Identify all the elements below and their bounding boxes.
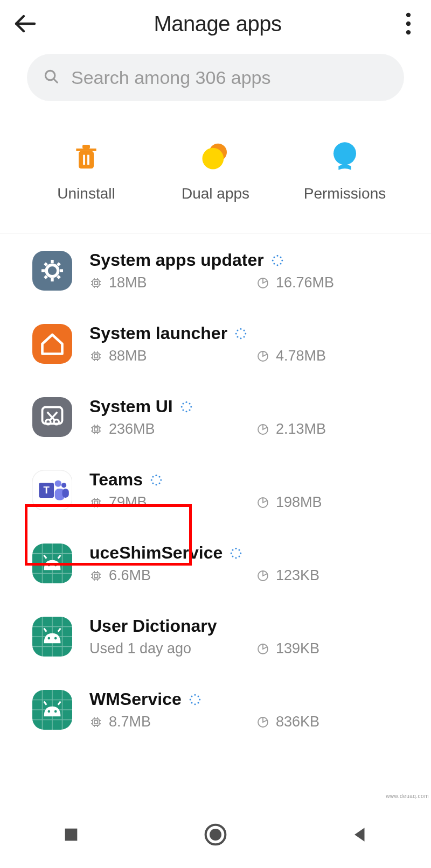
svg-point-71	[190, 406, 192, 407]
app-storage-size: 88MB	[109, 348, 147, 364]
svg-point-69	[185, 411, 187, 412]
app-storage-size: 236MB	[109, 421, 155, 437]
svg-point-166	[194, 694, 196, 695]
app-data-size: 139KB	[276, 640, 319, 657]
system-navbar	[0, 803, 431, 868]
app-name: System launcher	[89, 323, 227, 343]
app-name: WMService	[89, 689, 182, 709]
svg-point-30	[280, 263, 281, 264]
svg-rect-175	[94, 721, 98, 724]
svg-point-73	[189, 403, 190, 404]
svg-point-68	[185, 401, 187, 403]
loading-badge-icon	[230, 547, 242, 559]
action-row: Uninstall Dual apps Permissions	[0, 113, 431, 234]
svg-rect-52	[94, 355, 98, 358]
app-data-size: 16.76MB	[276, 274, 334, 291]
svg-point-72	[182, 403, 184, 404]
search-input[interactable]	[71, 67, 388, 88]
svg-point-169	[199, 698, 200, 700]
app-data-size: 123KB	[276, 567, 319, 584]
svg-text:T: T	[44, 484, 50, 496]
svg-rect-51	[93, 353, 99, 359]
page-title: Manage apps	[38, 12, 398, 36]
svg-line-20	[58, 263, 60, 265]
svg-point-130	[232, 555, 234, 557]
svg-point-151	[54, 637, 57, 640]
app-row[interactable]: System UI 236MB 2.13MB	[0, 380, 431, 454]
svg-rect-6	[79, 151, 94, 169]
back-nav-button[interactable]	[351, 825, 369, 846]
watermark: www.deuaq.com	[386, 793, 429, 799]
uninstall-action[interactable]: Uninstall	[22, 140, 150, 202]
svg-point-28	[280, 256, 281, 258]
svg-line-5	[54, 79, 57, 82]
svg-line-19	[45, 263, 47, 265]
app-data-size: 4.78MB	[276, 348, 326, 364]
svg-point-74	[182, 409, 184, 411]
svg-point-171	[197, 695, 199, 697]
dual-apps-action[interactable]: Dual apps	[151, 140, 280, 202]
svg-point-89	[61, 483, 66, 488]
app-row[interactable]: System apps updater 18MB 16.76MB	[0, 234, 431, 307]
svg-rect-7	[82, 145, 90, 149]
app-row[interactable]: WMService 8.7MB 836KB	[0, 673, 431, 746]
svg-point-88	[55, 481, 61, 487]
svg-point-24	[276, 264, 278, 266]
app-icon: T	[32, 470, 72, 510]
svg-point-98	[152, 476, 154, 477]
svg-rect-103	[94, 501, 98, 504]
svg-point-12	[333, 142, 356, 165]
svg-rect-185	[65, 829, 77, 841]
svg-point-27	[273, 256, 275, 258]
app-row[interactable]: uceShimService 6.6MB 123KB	[0, 527, 431, 600]
app-data-size: 198MB	[276, 494, 322, 511]
app-icon	[32, 251, 72, 291]
app-storage-size: 6.6MB	[109, 567, 151, 584]
app-icon	[32, 397, 72, 437]
dual-apps-label: Dual apps	[182, 185, 249, 202]
svg-point-150	[48, 637, 51, 640]
svg-rect-31	[93, 280, 99, 286]
more-options-button[interactable]	[398, 12, 419, 35]
dual-apps-icon	[199, 140, 232, 172]
app-storage-size: 79MB	[109, 494, 147, 511]
app-row[interactable]: System launcher 88MB 4.78MB	[0, 307, 431, 380]
recent-apps-button[interactable]	[62, 825, 80, 846]
svg-point-124	[235, 547, 237, 549]
app-icon	[32, 544, 72, 583]
svg-line-22	[58, 276, 60, 278]
svg-rect-42	[32, 324, 72, 364]
svg-point-162	[48, 710, 51, 713]
apps-list: System apps updater 18MB 16.76MB System …	[0, 234, 431, 746]
trash-icon	[70, 140, 102, 172]
app-header: Manage apps	[0, 0, 431, 47]
svg-point-94	[155, 474, 157, 476]
app-name: uceShimService	[89, 543, 223, 563]
svg-rect-133	[94, 574, 98, 577]
app-row[interactable]: User Dictionary Used 1 day ago 139KB	[0, 600, 431, 673]
app-icon	[32, 324, 72, 364]
app-row[interactable]: T Teams 79MB 198MB	[0, 454, 431, 527]
svg-marker-188	[354, 828, 364, 842]
app-name: Teams	[89, 470, 143, 490]
app-name: System apps updater	[89, 250, 264, 270]
svg-point-163	[54, 710, 57, 713]
svg-point-95	[155, 484, 157, 485]
app-used-label: Used 1 day ago	[89, 640, 191, 657]
svg-point-125	[235, 557, 237, 559]
app-storage-size: 8.7MB	[109, 714, 151, 730]
home-button[interactable]	[204, 823, 227, 849]
svg-point-172	[191, 702, 192, 703]
svg-point-127	[240, 552, 242, 554]
svg-point-167	[194, 703, 196, 705]
search-bar[interactable]	[27, 54, 404, 101]
svg-point-173	[197, 702, 199, 703]
svg-point-70	[180, 406, 182, 407]
svg-point-26	[281, 259, 283, 261]
svg-point-1	[406, 13, 411, 17]
app-data-size: 2.13MB	[276, 421, 326, 437]
permissions-action[interactable]: Permissions	[281, 140, 409, 202]
back-button[interactable]	[12, 11, 38, 37]
search-icon	[43, 68, 59, 87]
svg-rect-132	[93, 573, 99, 579]
